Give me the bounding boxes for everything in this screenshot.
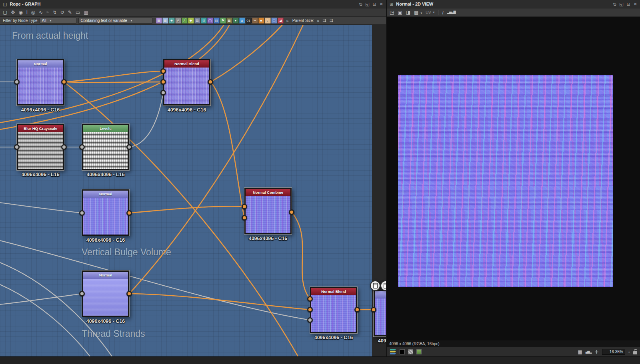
text-filter-dropdown[interactable]: Containing text or variable ▾ [78, 18, 152, 24]
info-icon[interactable]: i [442, 10, 444, 15]
input-port[interactable] [160, 90, 166, 95]
tile-node-icon[interactable]: ▤ [214, 18, 220, 24]
wire[interactable] [129, 294, 310, 310]
shape-node-icon[interactable]: ◯ [207, 18, 213, 24]
frame-icon[interactable]: ▭ [76, 10, 80, 15]
node-normal-combine[interactable]: Normal Combine 4096x4096 - C16 [244, 188, 292, 241]
input-port[interactable] [79, 291, 85, 296]
display-mode-dropdown[interactable]: ▩▾ [414, 10, 422, 15]
histogram-icon[interactable]: ▂▅▃▇ [447, 11, 456, 14]
pinned-item-badge[interactable] [370, 280, 380, 291]
normal-map-image[interactable] [398, 75, 613, 287]
snapshot-icon[interactable]: ◉ [18, 10, 22, 15]
node-normal-blend-2[interactable]: Normal Blend 4096x4096 - C16 [310, 287, 357, 340]
wire[interactable] [129, 206, 244, 213]
float-window-icon[interactable]: ◱ [619, 2, 623, 7]
grid-snap-icon[interactable]: ▦ [84, 10, 88, 15]
center-view-icon[interactable]: ✛ [595, 350, 599, 354]
curve-node-icon[interactable]: ╱ [182, 18, 188, 24]
input-port[interactable] [160, 79, 166, 85]
node-partial[interactable]: 4096x4096 - C16 [374, 290, 386, 344]
input-port[interactable] [307, 307, 313, 312]
node-normal-blend-1[interactable]: Normal Blend 4096x4096 - C16 [163, 59, 210, 113]
node-blur-hq-grayscale[interactable]: Blur HQ Grayscale 4096x4096 - L16 [17, 124, 64, 177]
wire[interactable] [0, 241, 310, 320]
input-port[interactable] [14, 144, 20, 150]
tiling-toggle-icon[interactable]: ▦ [578, 350, 582, 354]
rotate-icon[interactable]: ↺ [60, 10, 64, 15]
wire[interactable] [129, 93, 163, 147]
histogram-toggle-icon[interactable]: ▄▆▂ [586, 350, 592, 354]
output-port[interactable] [61, 144, 67, 150]
pin-icon[interactable]: ⚲ [612, 1, 618, 7]
zoom-level-input[interactable] [602, 349, 625, 355]
input-port[interactable] [160, 68, 166, 74]
wire[interactable] [64, 82, 163, 82]
blur-node-icon[interactable]: ◈ [169, 18, 175, 24]
size-link-icon[interactable]: ⇉ [329, 18, 333, 23]
focus-icon[interactable]: ◎ [31, 10, 35, 15]
channels-icon[interactable] [390, 349, 396, 355]
float-window-icon[interactable]: ◱ [365, 2, 369, 7]
compute-icon[interactable]: ↯ [53, 10, 57, 15]
input-port[interactable] [371, 307, 376, 312]
output-port[interactable] [126, 210, 132, 216]
copy-image-icon[interactable]: ◨ [406, 10, 410, 15]
input-port[interactable] [307, 296, 313, 302]
wire[interactable] [0, 284, 90, 356]
output-port[interactable] [354, 307, 360, 312]
wire[interactable] [0, 203, 82, 213]
save-image-icon[interactable]: ▣ [398, 10, 402, 15]
output-port[interactable] [61, 79, 67, 85]
fill-node-icon[interactable]: ◢ [278, 18, 284, 24]
material-connection-icon[interactable]: ≈ [46, 10, 49, 15]
color-node-icon[interactable]: ■ [258, 18, 264, 24]
overflow-chevron-icon[interactable]: » [286, 18, 289, 23]
preview-thumbnail-swatch[interactable] [416, 349, 422, 354]
sharpen-node-icon[interactable]: ◆ [188, 18, 194, 24]
svg-node-icon[interactable]: ▦ [162, 18, 168, 24]
output-port[interactable] [208, 79, 213, 85]
maximize-icon[interactable]: ⊡ [373, 2, 376, 7]
node-normal-3[interactable]: Normal 4096x4096 - C16 [82, 271, 129, 324]
output-port[interactable] [126, 144, 132, 150]
graph-canvas[interactable]: From actual height Vertical Bulge Volume… [0, 25, 386, 356]
wire[interactable] [0, 294, 82, 304]
input-port[interactable] [242, 204, 247, 209]
edit-icon[interactable]: ✎ [68, 10, 72, 15]
text-node-icon[interactable]: A [265, 18, 271, 24]
wire[interactable] [211, 25, 282, 82]
export-image-icon[interactable]: ◳ [390, 10, 394, 15]
selection-node-icon[interactable]: ▢ [271, 18, 277, 24]
maximize-icon[interactable]: ⊡ [627, 2, 630, 7]
wire[interactable] [129, 25, 303, 294]
lock-zoom-icon[interactable] [633, 351, 637, 354]
transparency-checker-swatch[interactable] [408, 349, 413, 354]
wire[interactable] [211, 82, 244, 218]
info-tool-icon[interactable]: i [26, 10, 28, 15]
pin-icon[interactable]: ⚲ [358, 1, 364, 7]
node-normal-1[interactable]: Normal 4096x4096 - C16 [17, 59, 64, 113]
shuffle-node-icon[interactable]: ⇄ [175, 18, 181, 24]
zoom-reset-icon[interactable]: ◦ [628, 350, 630, 354]
cut-node-icon[interactable]: ✂ [252, 18, 258, 24]
node-normal-2[interactable]: Normal 4096x4096 - C16 [82, 189, 129, 243]
node-levels[interactable]: Levels 4096x4096 - L16 [82, 124, 129, 177]
binary-node-icon[interactable]: 01 [246, 18, 252, 24]
select-tool-icon[interactable]: ▢ [3, 10, 7, 15]
pyramid-node-icon[interactable]: ▲ [239, 18, 245, 24]
close-icon[interactable]: ✕ [634, 2, 637, 7]
input-port[interactable] [79, 210, 85, 216]
uv-space-dropdown[interactable]: UV▾ [426, 10, 434, 15]
input-port[interactable] [307, 317, 313, 323]
node-type-dropdown[interactable]: All ▾ [40, 18, 76, 24]
pattern-node-icon[interactable]: ▩ [226, 18, 232, 24]
bitmap-node-icon[interactable]: ▦ [156, 18, 162, 24]
gradient-node-icon[interactable]: ▨ [194, 18, 200, 24]
link-icon[interactable]: ∿ [39, 10, 43, 15]
wire[interactable] [64, 71, 163, 82]
input-port[interactable] [242, 215, 247, 221]
input-port[interactable] [14, 79, 20, 85]
sphere-node-icon[interactable]: ● [233, 18, 239, 24]
wire[interactable] [292, 212, 310, 299]
